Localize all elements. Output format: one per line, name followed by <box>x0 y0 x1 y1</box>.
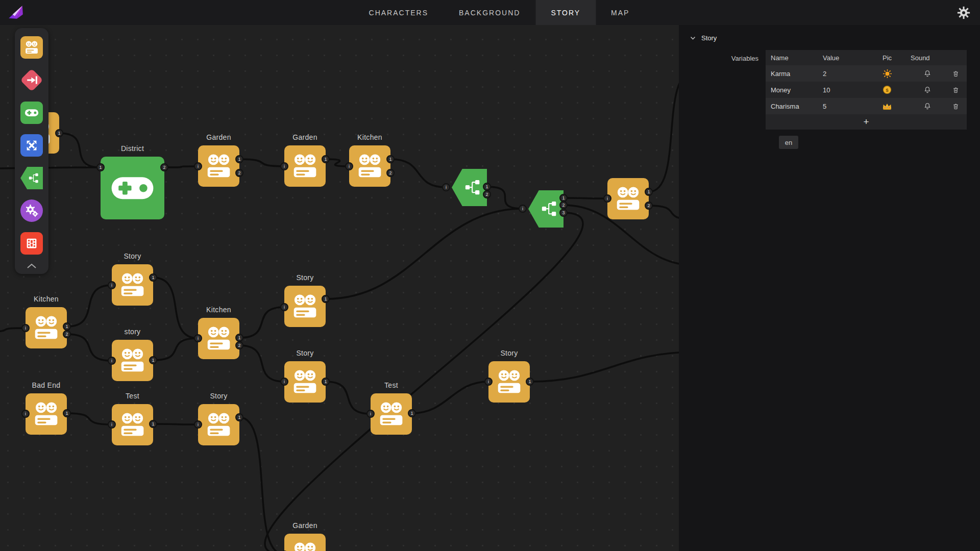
trash-icon[interactable] <box>944 70 967 78</box>
port-out-1[interactable]: 1 <box>63 322 71 331</box>
tab-map[interactable]: MAP <box>596 0 645 25</box>
exit-node-tool[interactable] <box>20 69 43 91</box>
port-out-1[interactable]: 1 <box>149 273 157 282</box>
port-out-1[interactable]: 1 <box>322 295 330 303</box>
port-out-3[interactable]: 3 <box>559 209 568 217</box>
port-out-2[interactable]: 2 <box>235 341 243 349</box>
port-in-i[interactable]: i <box>366 410 375 418</box>
node-n-story-a[interactable]: Storyi1 <box>112 264 153 306</box>
port-in-i[interactable]: i <box>442 183 450 191</box>
port-out-1[interactable]: 1 <box>322 378 330 386</box>
variable-name: Charisma <box>766 103 823 110</box>
variable-value[interactable]: 2 <box>823 70 864 78</box>
trash-icon[interactable] <box>944 86 967 94</box>
port-out-2[interactable]: 2 <box>235 169 243 177</box>
port-out-2[interactable]: 2 <box>63 330 71 338</box>
port-in-i[interactable]: i <box>21 324 30 332</box>
port-out-2[interactable]: 2 <box>483 190 491 198</box>
port-out-1[interactable]: 1 <box>526 378 534 386</box>
edge <box>239 417 284 551</box>
port-in-i[interactable]: i <box>108 357 116 365</box>
port-in-i[interactable]: i <box>603 194 611 203</box>
variable-value[interactable]: 5 <box>823 103 864 110</box>
bell-icon[interactable] <box>911 86 944 94</box>
node-n-test-mid[interactable]: Testi1 <box>371 393 412 435</box>
port-in-i[interactable]: i <box>484 378 493 386</box>
node-n-district[interactable]: District12 <box>101 157 164 219</box>
move-tool[interactable] <box>20 134 43 157</box>
edge <box>487 187 523 209</box>
port-out-1[interactable]: 1 <box>386 155 395 163</box>
game-node-tool[interactable] <box>20 102 43 124</box>
port-out-1[interactable]: 1 <box>645 188 653 196</box>
port-out-2[interactable]: 2 <box>160 163 168 171</box>
film-icon <box>24 236 39 251</box>
app-logo[interactable] <box>7 4 24 21</box>
port-out-1[interactable]: 1 <box>149 356 157 364</box>
condition-node-icon <box>452 169 487 206</box>
trash-icon[interactable] <box>944 103 967 110</box>
port-in-i[interactable]: i <box>194 420 202 429</box>
tab-characters[interactable]: CHARACTERS <box>354 0 444 25</box>
port-in-i[interactable]: i <box>21 410 30 418</box>
port-in-i[interactable]: i <box>108 281 116 289</box>
node-n-cond-2[interactable]: i123 <box>528 190 564 228</box>
bell-icon[interactable] <box>911 102 944 110</box>
port-in-i[interactable]: i <box>194 162 202 170</box>
node-n-test-left[interactable]: Testi1 <box>112 404 153 445</box>
port-out-1[interactable]: 1 <box>235 413 243 421</box>
port-out-2[interactable]: 2 <box>386 169 395 177</box>
settings-node-tool[interactable] <box>20 199 43 222</box>
node-n-story-c[interactable]: Storyi1 <box>284 286 326 327</box>
port-out-1[interactable]: 1 <box>235 155 243 163</box>
port-in-i[interactable]: i <box>108 420 116 429</box>
node-n-story-d[interactable]: Storyi1 <box>284 361 326 403</box>
node-n-garden-2[interactable]: Gardeni1 <box>284 145 326 187</box>
port-in-i[interactable]: i <box>280 378 288 386</box>
port-out-1[interactable]: 1 <box>149 420 157 428</box>
port-out-1[interactable]: 1 <box>55 129 63 137</box>
scene-node-icon <box>284 145 326 187</box>
gear-icon[interactable] <box>957 6 971 20</box>
port-in-1[interactable]: 1 <box>96 163 105 171</box>
port-out-1[interactable]: 1 <box>408 409 416 417</box>
crown-icon[interactable] <box>864 103 911 110</box>
scene-node-tool[interactable] <box>20 36 43 59</box>
node-n-kitchen-top[interactable]: Kitcheni12 <box>349 145 390 187</box>
cutscene-node-tool[interactable] <box>20 232 43 255</box>
port-in-i[interactable]: i <box>519 205 527 213</box>
node-n-cond-1[interactable]: i12 <box>452 169 487 206</box>
node-n-kitchen-left[interactable]: Kitcheni12 <box>26 307 67 348</box>
sun-icon[interactable] <box>864 69 911 79</box>
condition-node-tool[interactable] <box>20 167 43 189</box>
node-n-story-f[interactable]: Storyi1 <box>198 404 239 445</box>
bell-icon[interactable] <box>911 69 944 78</box>
port-out-2[interactable]: 2 <box>559 201 568 209</box>
port-out-2[interactable]: 2 <box>645 202 653 210</box>
port-out-1[interactable]: 1 <box>483 183 491 191</box>
port-out-1[interactable]: 1 <box>63 409 71 417</box>
port-out-1[interactable]: 1 <box>235 334 243 342</box>
node-n-badend[interactable]: Bad Endi1 <box>26 393 67 435</box>
language-button[interactable]: en <box>779 136 798 149</box>
port-in-i[interactable]: i <box>280 162 288 170</box>
story-section-header[interactable]: Story <box>679 25 980 42</box>
port-out-1[interactable]: 1 <box>322 155 330 163</box>
node-n-garden-bottom[interactable]: Gardeni <box>284 534 326 551</box>
node-label: Test <box>345 381 437 389</box>
node-n-story-b[interactable]: storyi1 <box>112 340 153 381</box>
coin-icon[interactable]: $ <box>864 85 911 94</box>
port-in-i[interactable]: i <box>194 334 202 342</box>
port-in-i[interactable]: i <box>345 162 353 170</box>
node-n-garden-1[interactable]: Gardeni12 <box>198 145 239 187</box>
add-variable-button[interactable]: + <box>766 114 967 130</box>
tab-background[interactable]: BACKGROUND <box>444 0 535 25</box>
tab-story[interactable]: STORY <box>535 0 596 25</box>
node-n-scene-right[interactable]: i12 <box>607 178 649 219</box>
scene-node-icon <box>198 145 239 187</box>
port-in-i[interactable]: i <box>280 303 288 311</box>
node-n-kitchen-mid[interactable]: Kitcheni12 <box>198 318 239 359</box>
chevron-up-icon[interactable] <box>26 263 37 269</box>
node-n-story-e[interactable]: Storyi1 <box>488 361 530 403</box>
variable-value[interactable]: 10 <box>823 86 864 94</box>
